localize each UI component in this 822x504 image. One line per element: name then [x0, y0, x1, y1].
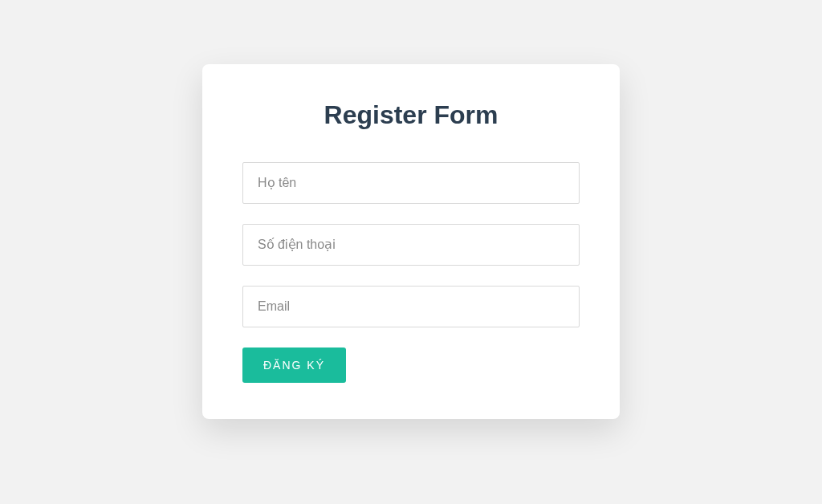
- form-title: Register Form: [242, 100, 580, 130]
- register-form-card: Register Form Đăng ký: [202, 64, 620, 419]
- form-group-email: [242, 286, 580, 327]
- form-group-name: [242, 162, 580, 204]
- submit-button[interactable]: Đăng ký: [242, 348, 346, 383]
- email-input[interactable]: [242, 286, 580, 327]
- name-input[interactable]: [242, 162, 580, 204]
- phone-input[interactable]: [242, 224, 580, 266]
- form-group-phone: [242, 224, 580, 266]
